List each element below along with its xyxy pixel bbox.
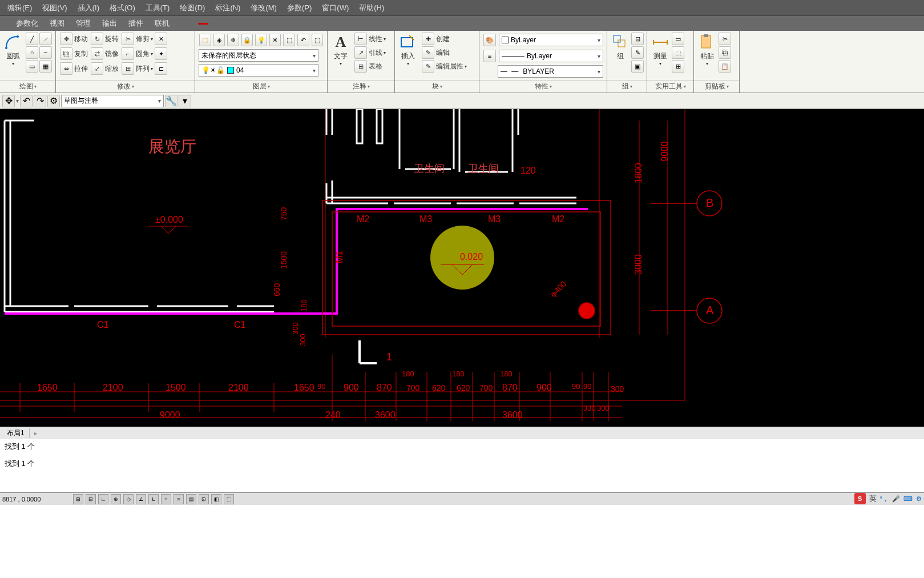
linear-button[interactable]: ⊢线性▾ bbox=[353, 32, 387, 46]
table-button[interactable]: ⊞表格 bbox=[353, 59, 387, 73]
grid-toggle[interactable]: ⊟ bbox=[86, 494, 96, 504]
workspace-gear-icon[interactable]: ⚙ bbox=[47, 95, 60, 107]
rotate-button[interactable]: ↻旋转 bbox=[89, 32, 120, 46]
polar-toggle[interactable]: ⊕ bbox=[111, 494, 121, 504]
qat-tool1-icon[interactable]: 🔧 bbox=[165, 95, 177, 107]
match-props-icon[interactable]: 🎨 bbox=[483, 34, 496, 46]
insert-button[interactable]: 插入▾ bbox=[397, 32, 419, 67]
otrack-toggle[interactable]: ∠ bbox=[136, 494, 146, 504]
menu-format[interactable]: 格式(O) bbox=[104, 3, 140, 13]
qat-redo-icon[interactable]: ↷ bbox=[34, 95, 46, 107]
layer-current-combo[interactable]: 💡 ☀ 🔓 04 bbox=[199, 64, 318, 77]
edit-button[interactable]: ✎编辑 bbox=[420, 46, 468, 59]
menu-draw[interactable]: 绘图(D) bbox=[175, 3, 210, 13]
group-edit-icon[interactable]: ✎ bbox=[631, 46, 644, 59]
leader-button[interactable]: ↗引线▾ bbox=[353, 46, 387, 59]
layer-walk-icon[interactable]: ⬚ bbox=[312, 34, 324, 46]
offset-icon[interactable]: ⊏ bbox=[155, 62, 167, 75]
command-window[interactable]: 找到 1 个 找到 1 个 bbox=[0, 439, 924, 492]
ungroup-icon[interactable]: ⊟ bbox=[631, 33, 644, 45]
menu-window[interactable]: 窗口(W) bbox=[317, 3, 354, 13]
select-icon[interactable]: ▭ bbox=[672, 33, 684, 45]
arc-button[interactable]: 圆弧 ▾ bbox=[2, 32, 24, 67]
paste-special-icon[interactable]: 📋 bbox=[719, 60, 731, 73]
ime-mic-icon[interactable]: 🎤 bbox=[892, 495, 900, 503]
menu-edit[interactable]: 编辑(E) bbox=[2, 3, 37, 13]
measure-button[interactable]: 测量▾ bbox=[649, 32, 671, 67]
layer-prev-icon[interactable]: ↶ bbox=[297, 34, 309, 46]
drawing-canvas[interactable]: 展览厅 卫生间 卫生间 ±0.000 0.020 M2 M3 M3 M2 M1 … bbox=[0, 109, 924, 427]
ime-logo-icon[interactable]: S bbox=[854, 493, 866, 504]
layer-lock-icon[interactable]: 🔒 bbox=[241, 34, 253, 46]
layer-state-combo[interactable]: 未保存的图层状态 bbox=[199, 49, 318, 62]
line-icon[interactable]: ╱ bbox=[26, 33, 38, 45]
tpy-toggle[interactable]: ▤ bbox=[186, 494, 196, 504]
tab-output[interactable]: 输出 bbox=[96, 18, 123, 29]
tab-layout1[interactable]: 布局1 bbox=[2, 428, 30, 438]
qat-tool2-icon[interactable]: ▾ bbox=[179, 95, 191, 107]
erase-icon[interactable]: ✕ bbox=[155, 33, 167, 45]
snap-toggle[interactable]: ⊞ bbox=[73, 494, 83, 504]
tab-online[interactable]: 联机 bbox=[149, 18, 175, 29]
fillet-button[interactable]: ⌐圆角▾ bbox=[120, 47, 154, 61]
ime-lang[interactable]: 英 bbox=[869, 493, 877, 504]
poly-icon[interactable]: ⟋ bbox=[39, 33, 52, 45]
hatch-icon[interactable]: ▦ bbox=[39, 60, 52, 73]
ime-keyboard-icon[interactable]: ⌨ bbox=[903, 495, 913, 503]
stretch-button[interactable]: ⇔拉伸 bbox=[58, 62, 89, 75]
color-combo[interactable]: ByLayer bbox=[499, 34, 603, 46]
tab-manage[interactable]: 管理 bbox=[70, 18, 96, 29]
sc-toggle[interactable]: ◧ bbox=[211, 494, 221, 504]
menu-modify[interactable]: 修改(M) bbox=[245, 3, 282, 13]
paste-button[interactable]: 粘贴▾ bbox=[696, 32, 718, 67]
tab-parametric[interactable]: 参数化 bbox=[10, 18, 44, 29]
scale-button[interactable]: ⤢缩放 bbox=[89, 62, 120, 75]
layer-props-icon[interactable]: ⬚ bbox=[199, 34, 211, 46]
lwt-toggle[interactable]: ≡ bbox=[173, 494, 184, 504]
tab-plugins[interactable]: 插件 bbox=[123, 18, 149, 29]
ime-punct-icon[interactable]: °， bbox=[880, 495, 889, 503]
mirror-button[interactable]: ⇄镜像 bbox=[89, 47, 120, 61]
lineweight-combo[interactable]: — — BYLAYER bbox=[498, 65, 603, 78]
menu-param[interactable]: 参数(P) bbox=[282, 3, 317, 13]
tab-scroll-icon[interactable]: ▸ bbox=[30, 430, 42, 436]
osnap-toggle[interactable]: ◇ bbox=[123, 494, 134, 504]
copy-button[interactable]: ⿻复制 bbox=[58, 47, 89, 61]
spline-icon[interactable]: ~ bbox=[39, 46, 52, 59]
editattr-button[interactable]: ✎编辑属性▾ bbox=[420, 59, 468, 73]
create-button[interactable]: ✚创建 bbox=[420, 32, 468, 46]
menu-tools[interactable]: 工具(T) bbox=[140, 3, 175, 13]
dyn-toggle[interactable]: + bbox=[161, 494, 171, 504]
qat-pan-icon[interactable]: ✥ bbox=[2, 95, 15, 107]
menu-help[interactable]: 帮助(H) bbox=[354, 3, 389, 13]
trim-button[interactable]: ✂修剪▾ bbox=[120, 32, 154, 46]
move-button[interactable]: ✥移动 bbox=[58, 32, 89, 46]
layer-match-icon[interactable]: ⬚ bbox=[283, 34, 295, 46]
group-bbox-icon[interactable]: ▣ bbox=[631, 60, 644, 73]
qat-undo-icon[interactable]: ↶ bbox=[20, 95, 33, 107]
cut-icon[interactable]: ✂ bbox=[719, 33, 731, 45]
rect-icon[interactable]: ▭ bbox=[26, 60, 38, 73]
array-button[interactable]: ⊞阵列▾ bbox=[120, 62, 154, 75]
am-toggle[interactable]: ⬚ bbox=[224, 494, 234, 504]
layer-off-icon[interactable]: 💡 bbox=[255, 34, 267, 46]
workspace-combo[interactable]: 草图与注释 bbox=[61, 95, 164, 107]
list-props-icon[interactable]: ≡ bbox=[483, 50, 496, 62]
layer-iso-icon[interactable]: ◈ bbox=[213, 34, 225, 46]
group-button[interactable]: 组 bbox=[610, 32, 631, 62]
linetype-combo[interactable]: ByLayer bbox=[499, 50, 603, 62]
layer-on-icon[interactable]: ☀ bbox=[269, 34, 281, 46]
copy-clip-icon[interactable]: ⿻ bbox=[719, 46, 731, 59]
menu-insert[interactable]: 插入(I) bbox=[72, 3, 104, 13]
layer-freeze-icon[interactable]: ❄ bbox=[227, 34, 239, 46]
ducs-toggle[interactable]: L bbox=[148, 494, 159, 504]
qp-toggle[interactable]: ⊡ bbox=[199, 494, 209, 504]
menu-view[interactable]: 视图(V) bbox=[37, 3, 72, 13]
circle-icon[interactable]: ○ bbox=[26, 46, 38, 59]
text-button[interactable]: A 文字▾ bbox=[330, 32, 352, 67]
calc-icon[interactable]: ⊞ bbox=[672, 60, 684, 73]
menu-dim[interactable]: 标注(N) bbox=[210, 3, 245, 13]
qselect-icon[interactable]: ⬚ bbox=[672, 46, 684, 59]
explode-icon[interactable]: ✦ bbox=[155, 47, 167, 60]
tab-view[interactable]: 视图 bbox=[44, 18, 70, 29]
